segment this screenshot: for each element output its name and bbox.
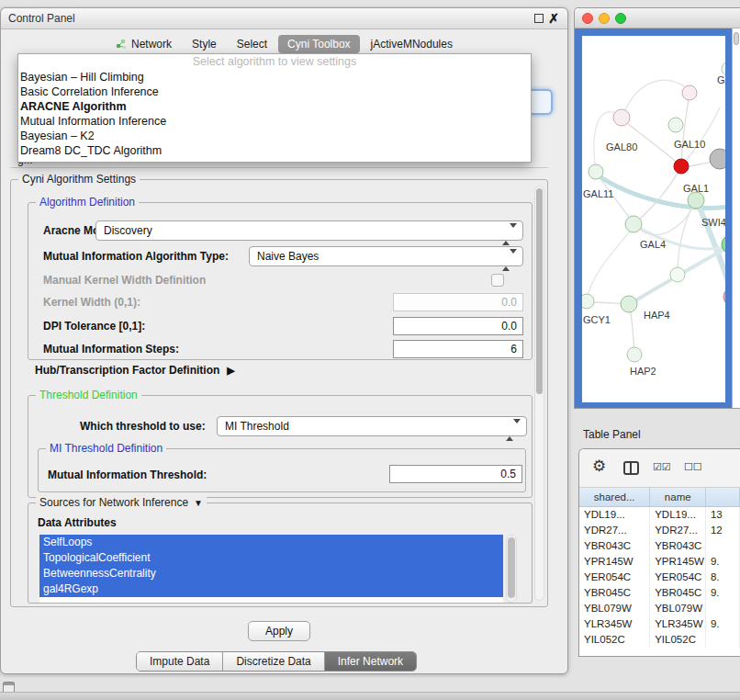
apply-button[interactable]: Apply: [248, 621, 310, 641]
data-attribute-item[interactable]: SelfLoops: [39, 535, 503, 550]
network-node[interactable]: [674, 159, 689, 174]
table-row[interactable]: YBR045CYBR045C9.: [579, 585, 740, 601]
close-icon[interactable]: ✗: [548, 11, 559, 26]
network-scrollbar-gutter[interactable]: [732, 28, 740, 408]
sources-group-title[interactable]: Sources for Network Inference▼: [36, 496, 207, 509]
table-cell: [706, 601, 740, 616]
which-threshold-value: MI Threshold: [225, 420, 289, 433]
tab-network[interactable]: Network: [107, 35, 181, 53]
table-cell: YDR27...: [650, 523, 706, 538]
hub-definition-label: Hub/Transcription Factor Definition: [35, 364, 219, 377]
dpi-tolerance-field[interactable]: 0.0: [393, 317, 523, 335]
algorithm-option[interactable]: Bayesian – K2: [18, 129, 531, 143]
which-threshold-select[interactable]: MI Threshold: [217, 416, 527, 436]
algorithm-option[interactable]: Dream8 DC_TDC Algorithm: [18, 143, 531, 158]
minimize-traffic-light-icon[interactable]: [599, 13, 610, 24]
bottom-tab-impute-data[interactable]: Impute Data: [137, 652, 223, 671]
algorithm-option[interactable]: ARACNE Algorithm: [18, 99, 531, 114]
network-node[interactable]: [621, 296, 637, 312]
algorithm-option[interactable]: Bayesian – Hill Climbing: [18, 70, 531, 85]
network-canvas-svg[interactable]: GAL80GAL10GALGAL11GAL1SWI4GAL4GCY1HAP4HA…: [582, 36, 725, 402]
hub-definition-section[interactable]: Hub/Transcription Factor Definition▶: [35, 364, 235, 377]
manual-kernel-checkbox[interactable]: [491, 274, 504, 287]
network-node[interactable]: [710, 149, 725, 169]
table-cell: YLR345W: [579, 616, 650, 632]
table-row[interactable]: YLR345WYLR345W9.: [579, 616, 740, 632]
network-edge: [632, 277, 677, 302]
cp-bottom-tabs: Impute DataDiscretize DataInfer Network: [136, 651, 417, 672]
table-row[interactable]: YPR145WYPR145W9.: [579, 554, 740, 570]
network-scrollbar-thumb[interactable]: [734, 32, 739, 45]
gear-icon[interactable]: ⚙: [592, 457, 606, 476]
table-row[interactable]: YIL052CYIL052C: [579, 632, 740, 648]
algorithm-option[interactable]: Basic Correlation Inference: [18, 85, 531, 99]
tab-label: Select: [237, 38, 267, 51]
table-row[interactable]: YER054CYER054C8.: [579, 570, 740, 585]
network-node[interactable]: [682, 85, 697, 100]
close-traffic-light-icon[interactable]: [582, 13, 593, 24]
table-header: shared...name: [579, 488, 740, 507]
table-row[interactable]: YDR27...YDR27...12: [579, 523, 740, 538]
data-attribute-item[interactable]: BetweennessCentrality: [39, 566, 503, 581]
table-row[interactable]: YDL19...YDL19...13: [579, 507, 740, 523]
mi-type-select[interactable]: Naive Bayes: [249, 246, 523, 266]
aracne-mode-select[interactable]: Discovery: [95, 220, 523, 241]
which-threshold-label: Which threshold to use:: [80, 420, 206, 433]
tab-style[interactable]: Style: [183, 35, 226, 53]
zoom-traffic-light-icon[interactable]: [615, 13, 626, 24]
table-cell: YBR043C: [650, 538, 706, 554]
algorithm-option[interactable]: Mutual Information Inference: [18, 114, 531, 129]
table-row[interactable]: YBR043CYBR043C: [579, 538, 740, 554]
network-node[interactable]: [688, 192, 704, 209]
data-attributes-scrollbar[interactable]: [506, 535, 517, 603]
network-node[interactable]: [589, 164, 603, 179]
column-header[interactable]: name: [650, 488, 706, 506]
table-cell: YBR045C: [579, 585, 650, 601]
dropdown-arrows-icon: [506, 421, 521, 439]
settings-scrollbar[interactable]: [534, 186, 544, 601]
algorithm-definition-group: Algorithm Definition Aracne Mode: Discov…: [28, 202, 533, 360]
kernel-width-field[interactable]: 0.0: [393, 293, 523, 311]
cyni-settings-group: Cyni Algorithm Settings Algorithm Defini…: [10, 179, 548, 607]
control-panel-window: Control Panel ✗ NetworkStyleSelectCyni T…: [0, 7, 568, 674]
select-all-columns-icon[interactable]: ☑☑: [653, 461, 671, 473]
table-row[interactable]: YBL079WYBL079W: [579, 601, 740, 616]
data-attributes-list[interactable]: SelfLoopsTopologicalCoefficientBetweenne…: [39, 535, 503, 603]
data-attribute-item[interactable]: gal4RGexp: [39, 581, 503, 597]
network-node[interactable]: [627, 347, 642, 362]
float-window-icon[interactable]: [534, 14, 544, 23]
network-titlebar[interactable]: [575, 8, 740, 28]
bottom-tab-infer-network[interactable]: Infer Network: [325, 652, 416, 671]
mi-steps-field[interactable]: 6: [393, 340, 523, 358]
tab-cyni-toolbox[interactable]: Cyni Toolbox: [278, 35, 359, 53]
column-header[interactable]: [706, 488, 740, 506]
table-cell: YIL052C: [579, 632, 650, 648]
network-node[interactable]: [670, 267, 685, 282]
sources-group: Sources for Network Inference▼ Data Attr…: [28, 502, 533, 604]
status-strip: [0, 692, 740, 700]
control-panel-title: Control Panel: [8, 12, 75, 25]
sources-collapse-icon[interactable]: ▼: [194, 498, 203, 508]
tab-select[interactable]: Select: [228, 35, 276, 53]
threshold-definition-group: Threshold Definition Which threshold to …: [28, 395, 533, 498]
network-node[interactable]: [582, 294, 594, 309]
network-node[interactable]: [625, 216, 642, 232]
show-columns-icon[interactable]: [623, 461, 639, 475]
deselect-all-columns-icon[interactable]: ☐☐: [684, 461, 702, 473]
network-node[interactable]: [723, 288, 725, 306]
bottom-tab-discretize-data[interactable]: Discretize Data: [223, 652, 324, 671]
data-attribute-item[interactable]: TopologicalCoefficient: [39, 550, 503, 566]
table-cell: YDR27...: [579, 523, 650, 538]
network-node[interactable]: [668, 118, 683, 132]
table-cell: YDL19...: [650, 507, 706, 523]
tab-jactivemnodules[interactable]: jActiveMNodules: [362, 35, 462, 53]
network-node[interactable]: [613, 109, 630, 126]
hub-expand-icon[interactable]: ▶: [227, 365, 234, 376]
mi-threshold-group: MI Threshold Definition Mutual Informati…: [38, 448, 526, 492]
column-header[interactable]: shared...: [579, 488, 650, 506]
table-cell: YER054C: [650, 570, 706, 585]
dpi-tolerance-label: DPI Tolerance [0,1]:: [43, 320, 145, 333]
mi-threshold-field[interactable]: 0.5: [389, 465, 522, 483]
table-toolbar: ⚙ ☑☑ ☐☐: [579, 449, 740, 488]
network-edge: [622, 80, 688, 117]
